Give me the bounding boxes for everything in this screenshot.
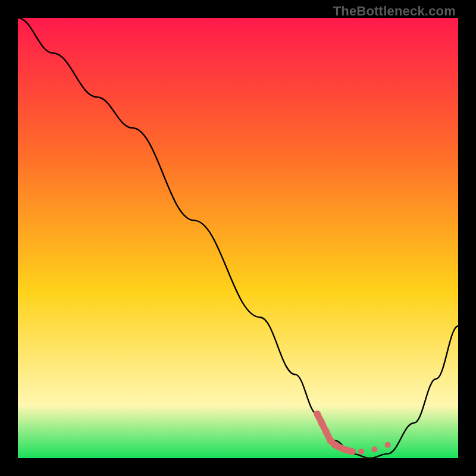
marker-dot: [371, 446, 377, 452]
chart-frame: [18, 18, 458, 458]
marker-dot: [385, 442, 391, 448]
marker-dot: [331, 441, 339, 449]
marker-dot: [322, 428, 330, 436]
marker-dot: [358, 449, 364, 455]
watermark-text: TheBottleneck.com: [333, 4, 456, 19]
gradient-background: [18, 18, 458, 458]
marker-dot: [341, 446, 347, 452]
marker-dot: [314, 411, 321, 418]
marker-dot: [318, 419, 325, 427]
chart-svg: [18, 18, 458, 458]
marker-dot: [349, 449, 355, 455]
